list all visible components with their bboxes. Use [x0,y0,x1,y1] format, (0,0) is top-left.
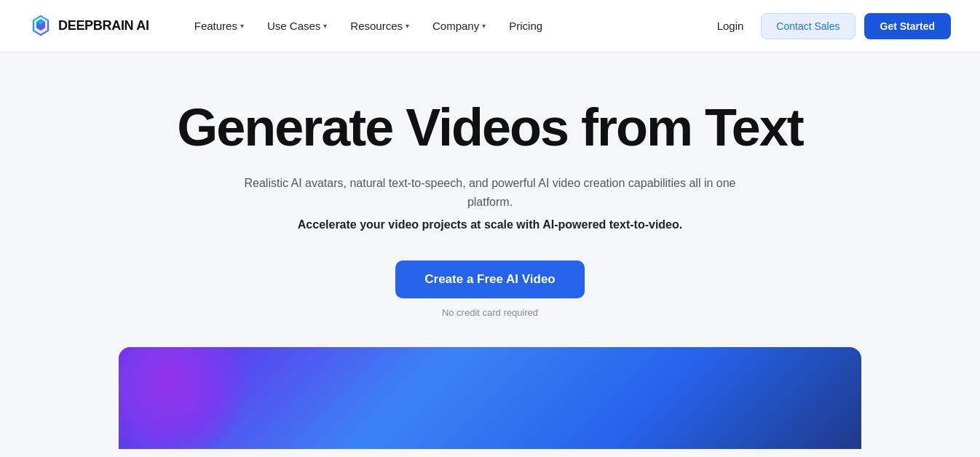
video-preview [119,347,861,449]
nav-use-cases[interactable]: Use Cases ▾ [257,14,337,38]
hero-description: Realistic AI avatars, natural text-to-sp… [242,174,738,211]
logo-text: DEEPBRAIN AI [58,18,149,33]
navbar: DEEPBRAIN AI Features ▾ Use Cases ▾ Reso… [0,0,980,52]
resources-chevron-icon: ▾ [406,22,409,30]
company-chevron-icon: ▾ [482,22,486,30]
login-button[interactable]: Login [708,14,753,38]
get-started-button[interactable]: Get Started [864,13,951,39]
nav-resources[interactable]: Resources ▾ [340,14,419,38]
hero-section: Generate Videos from Text Realistic AI a… [0,52,980,457]
hero-description-bold: Accelerate your video projects at scale … [298,215,682,234]
nav-pricing[interactable]: Pricing [499,14,553,38]
features-chevron-icon: ▾ [240,22,244,30]
nav-links: Features ▾ Use Cases ▾ Resources ▾ Compa… [184,14,708,38]
hero-note: No credit card required [442,307,538,318]
logo-icon [29,15,52,38]
nav-right: Login Contact Sales Get Started [708,13,951,39]
hero-title: Generate Videos from Text [177,99,803,156]
logo[interactable]: DEEPBRAIN AI [29,15,149,38]
use-cases-chevron-icon: ▾ [323,22,327,30]
create-video-button[interactable]: Create a Free AI Video [395,261,585,298]
nav-features[interactable]: Features ▾ [184,14,254,38]
contact-sales-button[interactable]: Contact Sales [761,13,855,39]
nav-company[interactable]: Company ▾ [422,14,496,38]
